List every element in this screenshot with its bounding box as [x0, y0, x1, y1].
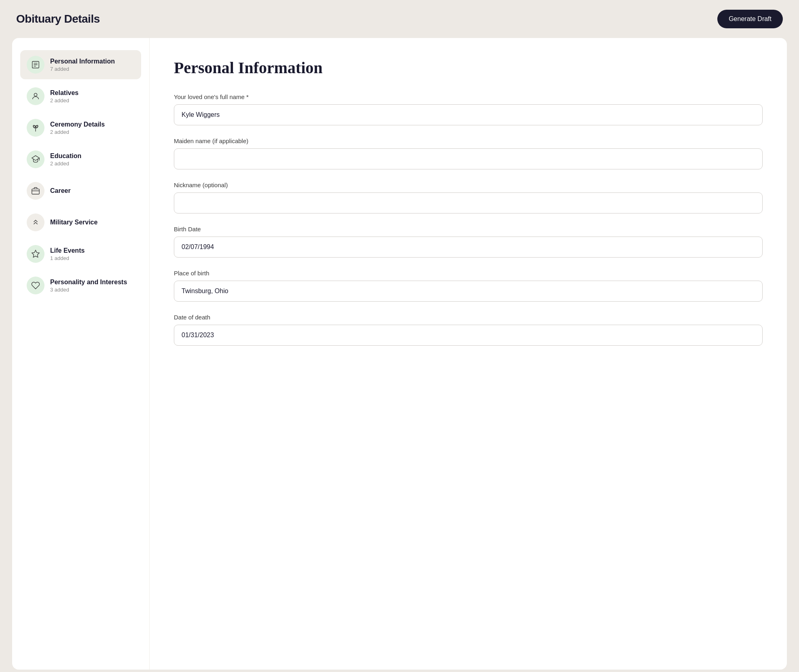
sidebar-item-life-events[interactable]: Life Events 1 added: [20, 239, 141, 268]
heart-icon: [27, 277, 44, 294]
sidebar-item-text: Education 2 added: [50, 152, 81, 167]
form-group-birth-date: Birth Date: [174, 226, 763, 258]
form-group-date-of-death: Date of death: [174, 314, 763, 346]
graduation-icon: [27, 150, 44, 168]
maiden-name-label: Maiden name (if applicable): [174, 137, 763, 144]
full-name-input[interactable]: [174, 104, 763, 125]
sidebar-item-relatives[interactable]: Relatives 2 added: [20, 82, 141, 111]
sidebar-item-education[interactable]: Education 2 added: [20, 145, 141, 174]
top-bar: Obituary Details Generate Draft: [0, 0, 799, 38]
form-icon: [27, 56, 44, 74]
birth-date-input[interactable]: [174, 237, 763, 258]
sidebar-item-label: Career: [50, 187, 71, 194]
sidebar-item-military-service[interactable]: Military Service: [20, 208, 141, 237]
form-title: Personal Information: [174, 58, 763, 77]
svg-point-5: [35, 127, 36, 129]
place-of-birth-label: Place of birth: [174, 270, 763, 277]
form-group-full-name: Your loved one's full name *: [174, 93, 763, 125]
page-title: Obituary Details: [16, 13, 100, 25]
nickname-label: Nickname (optional): [174, 182, 763, 188]
sidebar-item-personality-and-interests[interactable]: Personality and Interests 3 added: [20, 271, 141, 300]
sidebar-item-label: Relatives: [50, 89, 78, 97]
main-container: Personal Information 7 added Relatives 2…: [12, 38, 787, 670]
sidebar-item-text: Life Events 1 added: [50, 247, 85, 261]
svg-marker-6: [32, 156, 39, 161]
sidebar-item-label: Ceremony Details: [50, 121, 105, 128]
star-icon: [27, 245, 44, 263]
sidebar-item-label: Life Events: [50, 247, 85, 254]
briefcase-icon: [27, 182, 44, 200]
sidebar-item-career[interactable]: Career: [20, 176, 141, 205]
sidebar-item-label: Education: [50, 152, 81, 160]
svg-point-4: [34, 93, 37, 96]
content-area: Personal Information Your loved one's fu…: [150, 38, 787, 670]
sidebar-item-sublabel: 1 added: [50, 255, 85, 261]
sidebar-item-text: Personal Information 7 added: [50, 58, 115, 72]
sidebar-item-sublabel: 2 added: [50, 97, 78, 104]
sidebar: Personal Information 7 added Relatives 2…: [12, 38, 150, 670]
sidebar-item-ceremony-details[interactable]: Ceremony Details 2 added: [20, 113, 141, 142]
flower-icon: [27, 119, 44, 137]
sidebar-item-sublabel: 7 added: [50, 66, 115, 72]
sidebar-item-sublabel: 3 added: [50, 287, 127, 293]
chevrons-icon: [27, 213, 44, 231]
svg-rect-8: [32, 189, 39, 194]
date-of-death-label: Date of death: [174, 314, 763, 321]
svg-marker-11: [32, 250, 39, 257]
sidebar-item-label: Military Service: [50, 219, 97, 226]
sidebar-item-sublabel: 2 added: [50, 129, 105, 135]
form-group-place-of-birth: Place of birth: [174, 270, 763, 302]
place-of-birth-input[interactable]: [174, 281, 763, 302]
sidebar-item-text: Ceremony Details 2 added: [50, 121, 105, 135]
form-group-nickname: Nickname (optional): [174, 182, 763, 213]
sidebar-item-sublabel: 2 added: [50, 161, 81, 167]
birth-date-label: Birth Date: [174, 226, 763, 232]
maiden-name-input[interactable]: [174, 148, 763, 169]
sidebar-item-text: Military Service: [50, 219, 97, 226]
sidebar-item-text: Relatives 2 added: [50, 89, 78, 104]
person-icon: [27, 87, 44, 105]
sidebar-item-text: Career: [50, 187, 71, 194]
sidebar-item-label: Personality and Interests: [50, 279, 127, 286]
date-of-death-input[interactable]: [174, 325, 763, 346]
sidebar-item-text: Personality and Interests 3 added: [50, 279, 127, 293]
generate-draft-button[interactable]: Generate Draft: [717, 10, 783, 28]
form-group-maiden-name: Maiden name (if applicable): [174, 137, 763, 169]
nickname-input[interactable]: [174, 192, 763, 213]
sidebar-item-label: Personal Information: [50, 58, 115, 65]
sidebar-item-personal-information[interactable]: Personal Information 7 added: [20, 50, 141, 79]
full-name-label: Your loved one's full name *: [174, 93, 763, 100]
